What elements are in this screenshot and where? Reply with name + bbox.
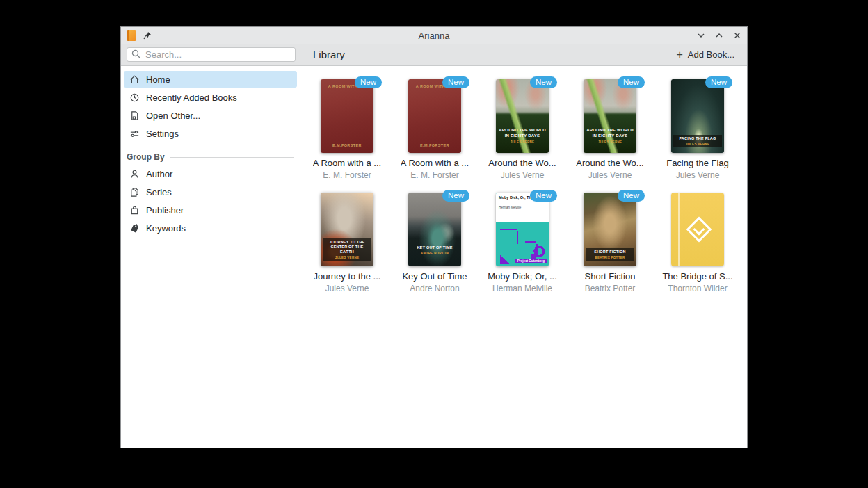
add-book-label: Add Book... (688, 49, 734, 60)
book-card[interactable]: FACING THE FLAGJULES VERNE New Facing th… (654, 79, 741, 180)
new-badge: New (618, 190, 645, 202)
sidebar-item-home[interactable]: Home (124, 71, 297, 88)
book-title: The Bridge of S... (662, 271, 732, 282)
book-author: Thornton Wilder (668, 284, 727, 293)
library-view: A ROOM WITH A VE.M.FORSTER New A Room wi… (301, 66, 747, 448)
book-cover: JOURNEY TO THE CENTER OF THE EARTHJULES … (321, 193, 373, 266)
sidebar-item-label: Publisher (146, 205, 184, 215)
new-badge: New (355, 76, 382, 88)
page-title: Library (313, 49, 345, 60)
pages-icon (129, 186, 140, 197)
new-badge: New (705, 76, 732, 88)
book-title: Facing the Flag (666, 158, 729, 168)
book-author: E. M. Forster (410, 170, 458, 180)
document-icon (129, 110, 140, 121)
clock-icon (129, 92, 140, 103)
sidebar-item-label: Settings (146, 129, 179, 139)
book-author: Jules Verne (588, 170, 632, 180)
sidebar-item-label: Author (146, 169, 172, 179)
book-cover-wrap: SHORT FICTIONBEATRIX POTTER New (584, 193, 636, 266)
new-badge: New (618, 76, 645, 88)
book-author: Beatrix Potter (585, 284, 636, 293)
book-card[interactable]: JOURNEY TO THE CENTER OF THE EARTHJULES … (303, 193, 391, 293)
sidebar-item-label: Home (146, 74, 170, 85)
book-author: Jules Verne (326, 284, 369, 293)
home-icon (129, 74, 140, 85)
sidebar-item-publisher[interactable]: Publisher (124, 202, 297, 218)
bag-icon (129, 204, 140, 215)
search-input[interactable] (144, 49, 291, 60)
book-title: Around the Wo... (488, 158, 556, 168)
book-cover-wrap: JOURNEY TO THE CENTER OF THE EARTHJULES … (321, 193, 373, 266)
pin-icon[interactable] (143, 31, 152, 40)
book-cover-wrap: KEY OUT OF TIMEANDRE NORTON New (408, 193, 461, 266)
book-cover-wrap: AROUND THE WORLD IN EIGHTY DAYSJULES VER… (496, 79, 549, 153)
new-badge: New (442, 76, 469, 88)
book-author: Andre Norton (410, 284, 459, 293)
sidebar-item-settings[interactable]: Settings (124, 125, 297, 142)
book-title: Around the Wo... (576, 158, 643, 168)
person-icon (129, 168, 140, 179)
sidebar-item-series[interactable]: Series (124, 184, 297, 200)
book-cover (671, 193, 724, 266)
maximize-button[interactable] (715, 31, 723, 40)
book-cover: A ROOM WITH A VE.M.FORSTER (408, 79, 461, 153)
search-field[interactable] (127, 47, 296, 62)
book-cover-wrap: Moby Dick; Or, The WhaleHerman MelvilleP… (496, 193, 549, 266)
sidebar-item-open-other[interactable]: Open Other... (124, 107, 297, 124)
new-badge: New (530, 190, 557, 202)
book-card[interactable]: A ROOM WITH A VE.M.FORSTER New A Room wi… (391, 79, 479, 180)
desktop-background: Arianna Library + Add Book... Home (0, 0, 868, 488)
sidebar-item-label: Series (146, 187, 172, 197)
plus-icon: + (676, 49, 682, 60)
book-card[interactable]: SHORT FICTIONBEATRIX POTTER New Short Fi… (566, 193, 654, 293)
book-cover-wrap: FACING THE FLAGJULES VERNE New (671, 79, 724, 153)
search-icon (131, 49, 140, 61)
book-title: A Room with a ... (401, 158, 469, 168)
sidebar-item-recently-added[interactable]: Recently Added Books (124, 89, 297, 106)
sidebar-item-keywords[interactable]: Keywords (124, 220, 297, 236)
group-by-header: Group By (127, 152, 294, 162)
window-title: Arianna (121, 31, 747, 41)
book-grid: A ROOM WITH A VE.M.FORSTER New A Room wi… (303, 79, 741, 306)
book-cover-wrap (671, 193, 724, 266)
book-author: Herman Melville (492, 284, 552, 293)
sidebar-item-label: Recently Added Books (146, 92, 237, 103)
minimize-button[interactable] (697, 31, 705, 40)
sliders-icon (129, 128, 140, 139)
sidebar: Home Recently Added Books Open Other... … (121, 66, 300, 448)
arianna-window: Arianna Library + Add Book... Home (120, 26, 748, 448)
book-author: E. M. Forster (323, 170, 371, 180)
toolbar: Library + Add Book... (121, 44, 747, 66)
book-cover-wrap: AROUND THE WORLD IN EIGHTY DAYSJULES VER… (584, 79, 636, 153)
book-title: Key Out of Time (402, 271, 467, 282)
book-title: Moby Dick; Or, ... (488, 271, 557, 282)
new-badge: New (442, 190, 469, 202)
book-cover: KEY OUT OF TIMEANDRE NORTON (408, 193, 461, 266)
titlebar[interactable]: Arianna (121, 27, 747, 44)
close-button[interactable] (733, 31, 741, 40)
book-card[interactable]: The Bridge of S... Thornton Wilder (654, 193, 741, 293)
group-by-label: Group By (127, 152, 165, 162)
book-title: Journey to the ... (314, 271, 381, 282)
sidebar-item-label: Keywords (146, 223, 186, 234)
new-badge: New (530, 76, 557, 88)
book-card[interactable]: Moby Dick; Or, The WhaleHerman MelvilleP… (479, 193, 566, 293)
book-card[interactable]: AROUND THE WORLD IN EIGHTY DAYSJULES VER… (479, 79, 566, 180)
sidebar-item-author[interactable]: Author (124, 165, 297, 182)
add-book-button[interactable]: + Add Book... (672, 49, 739, 61)
book-cover-wrap: A ROOM WITH A VE.M.FORSTER New (408, 79, 461, 153)
book-title: Short Fiction (585, 271, 636, 282)
book-cover: SHORT FICTIONBEATRIX POTTER (584, 193, 636, 266)
app-icon (127, 30, 136, 41)
book-card[interactable]: AROUND THE WORLD IN EIGHTY DAYSJULES VER… (566, 79, 654, 180)
book-cover: Moby Dick; Or, The WhaleHerman MelvilleP… (496, 193, 549, 266)
book-cover: FACING THE FLAGJULES VERNE (671, 79, 724, 153)
divider (170, 157, 294, 158)
sidebar-item-label: Open Other... (146, 111, 200, 121)
epub-logo-icon (686, 217, 712, 243)
tag-icon (129, 222, 140, 234)
book-card[interactable]: KEY OUT OF TIMEANDRE NORTON New Key Out … (391, 193, 479, 293)
book-card[interactable]: A ROOM WITH A VE.M.FORSTER New A Room wi… (303, 79, 391, 180)
book-author: Jules Verne (501, 170, 545, 180)
